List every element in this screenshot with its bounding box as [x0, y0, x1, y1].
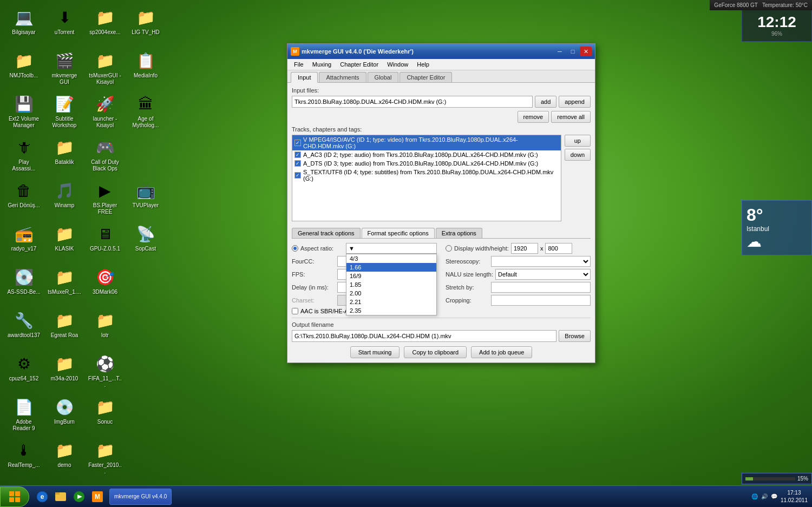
icon-geri-donus[interactable]: 🗑 Geri Dönüş... — [4, 177, 43, 221]
menu-window[interactable]: Window — [383, 60, 412, 69]
aspect-2-21[interactable]: 2.21 — [346, 298, 436, 306]
aspect-ratio-radio[interactable] — [292, 245, 298, 252]
icon-cod[interactable]: 🎮 Call of Duty Black Ops — [86, 134, 125, 177]
tab-global[interactable]: Global — [368, 72, 399, 82]
up-button[interactable]: up — [565, 135, 591, 147]
icon-utorrent[interactable]: ⬇ uTorrent — [45, 4, 84, 48]
menu-help[interactable]: Help — [412, 60, 434, 69]
icon-bataklik[interactable]: 📁 Bataklik — [45, 134, 84, 177]
aspect-1-66[interactable]: 1.66 — [346, 263, 436, 272]
icon-3dmark[interactable]: 🎯 3DMark06 — [86, 264, 125, 307]
icon-age-myth[interactable]: 🏛 Age of Mytholog... — [126, 91, 165, 134]
tab-chapter-editor[interactable]: Chapter Editor — [400, 72, 452, 82]
icon-tvuplayer[interactable]: 📺 TVUPlayer — [126, 177, 165, 221]
explorer-icon[interactable] — [52, 488, 69, 505]
track-checkbox-2[interactable]: ✓ — [294, 160, 301, 167]
icon-mediainfo[interactable]: 📋 MediaInfo — [126, 48, 165, 91]
menu-file-item[interactable]: File — [290, 60, 308, 69]
aspect-2-35[interactable]: 2.35 — [346, 306, 436, 315]
icon-egreat[interactable]: 📁 Egreat Roa — [45, 307, 84, 351]
icon-realtemp[interactable]: 🌡 RealTemp_... — [4, 437, 43, 480]
volume-icon[interactable]: 🔊 — [761, 493, 768, 499]
icon-klasik[interactable]: 📁 KLASIK — [45, 221, 84, 264]
browse-button[interactable]: Browse — [559, 330, 591, 342]
display-height-input[interactable] — [545, 243, 572, 254]
icon-demo[interactable]: 📁 demo — [45, 437, 84, 480]
down-button[interactable]: down — [565, 149, 591, 161]
sub-tab-general[interactable]: General track options — [292, 228, 361, 238]
restore-button[interactable]: □ — [567, 47, 579, 56]
display-width-input[interactable] — [511, 243, 538, 254]
menu-muxing[interactable]: Muxing — [308, 60, 336, 69]
icon-gpu-z[interactable]: 🖥 GPU-Z.0.5.1 — [86, 221, 125, 264]
icon-imgburn[interactable]: 💿 ImgBurn — [45, 394, 84, 437]
aspect-16-9[interactable]: 16/9 — [346, 272, 436, 280]
close-button[interactable]: ✕ — [580, 47, 592, 56]
icon-bilgisayar[interactable]: 💻 Bilgisayar — [4, 4, 43, 48]
icon-as-ssd[interactable]: 💽 AS-SSD-Be... — [4, 264, 43, 307]
start-button[interactable] — [0, 486, 29, 507]
output-filename-field[interactable] — [292, 330, 556, 342]
taskbar-clock[interactable]: 17:13 11.02.2011 — [781, 489, 808, 504]
track-checkbox-1[interactable]: ✓ — [294, 152, 301, 158]
remove-all-button[interactable]: remove all — [551, 111, 591, 123]
stereoscopy-select[interactable] — [491, 256, 591, 267]
nalu-select[interactable]: Default — [495, 269, 591, 280]
track-item-0[interactable]: ✓ V MPEG4/ISO/AVC (ID 1; type: video) fr… — [292, 135, 561, 150]
input-file-field[interactable] — [292, 96, 533, 108]
icon-mkvmerge[interactable]: 🎬 mkvmerge GUI — [45, 48, 84, 91]
icon-cpuz[interactable]: ⚙ cpuz64_152 — [4, 351, 43, 394]
track-item-3[interactable]: ✓ S_TEXT/UTF8 (ID 4; type: subtitles) fr… — [292, 168, 561, 183]
icon-adobe[interactable]: 📄 Adobe Reader 9 — [4, 394, 43, 437]
menu-chapter-editor[interactable]: Chapter Editor — [336, 60, 383, 69]
icon-tsmuxer2[interactable]: 📁 tsMuxeR_1.... — [45, 264, 84, 307]
icon-radyo[interactable]: 📻 radyo_v17 — [4, 221, 43, 264]
icon-play-assassi[interactable]: 🗡 Play Assassi... — [4, 134, 43, 177]
icon-lotr[interactable]: 📁 lotr — [86, 307, 125, 351]
window-titlebar[interactable]: M mkvmerge GUI v4.4.0 ('Die Wiederkehr')… — [287, 44, 595, 59]
sub-tab-extra[interactable]: Extra options — [436, 228, 482, 238]
aac-checkbox[interactable] — [292, 308, 298, 314]
icon-nmj[interactable]: 📁 NMJToolb... — [4, 48, 43, 91]
track-item-1[interactable]: ✓ A_AC3 (ID 2; type: audio) from Tkrs.20… — [292, 150, 561, 159]
icon-m34a[interactable]: 📁 m34a-2010 — [45, 351, 84, 394]
mkvmerge-taskbar-btn[interactable]: mkvmerge GUI v4.4.0 — [109, 489, 172, 505]
aspect-1-85[interactable]: 1.85 — [346, 280, 436, 289]
cropping-input[interactable] — [491, 295, 591, 306]
sub-tab-format[interactable]: Format specific options — [362, 228, 435, 238]
icon-bsplayer[interactable]: ▶ BS.Player FREE — [86, 177, 125, 221]
tab-attachments[interactable]: Attachments — [319, 72, 366, 82]
icon-ext2vol[interactable]: 💾 Ext2 Volume Manager — [4, 91, 43, 134]
app-icon-taskbar[interactable]: M — [89, 488, 106, 505]
icon-faster[interactable]: 📁 Faster_2010... — [86, 437, 125, 480]
icon-launcher[interactable]: 🚀 launcher - Kisayol — [86, 91, 125, 134]
track-checkbox-0[interactable]: ✓ — [294, 140, 301, 146]
display-wh-radio[interactable] — [446, 245, 452, 252]
copy-clipboard-button[interactable]: Copy to clipboard — [404, 346, 467, 358]
add-button[interactable]: add — [535, 96, 556, 108]
append-button[interactable]: append — [559, 96, 591, 108]
icon-sonuc[interactable]: 📁 Sonuc — [86, 394, 125, 437]
icon-fifa[interactable]: ⚽ FIFA_11_...T... — [86, 351, 125, 394]
icon-lig-tv[interactable]: 📁 LIG TV_HD — [126, 4, 165, 48]
icon-subtitle[interactable]: 📝 Subtitle Workshop — [45, 91, 84, 134]
icon-winamp[interactable]: 🎵 Winamp — [45, 177, 84, 221]
aspect-ratio-dropdown-btn[interactable]: ▼ — [346, 243, 437, 254]
start-muxing-button[interactable]: Start muxing — [350, 346, 400, 358]
tab-input[interactable]: Input — [291, 72, 318, 83]
aspect-ratio-dropdown[interactable]: ▼ 4/3 1.66 16/9 1.85 2.00 2.21 2.35 — [346, 243, 437, 254]
add-job-queue-button[interactable]: Add to job queue — [471, 346, 532, 358]
icon-sopcast[interactable]: 📡 SopCast — [126, 221, 165, 264]
icon-awardtool[interactable]: 🔧 awardtool137 — [4, 307, 43, 351]
icon-tsmuxer[interactable]: 📁 tsMuxerGUI - Kisayol — [86, 48, 125, 91]
aspect-4-3[interactable]: 4/3 — [346, 254, 436, 263]
icon-sp2004[interactable]: 📁 sp2004exe... — [86, 4, 125, 48]
aspect-2-00[interactable]: 2.00 — [346, 289, 436, 298]
minimize-button[interactable]: ─ — [554, 47, 566, 56]
remove-button[interactable]: remove — [518, 111, 549, 123]
track-checkbox-3[interactable]: ✓ — [294, 172, 301, 179]
media-player-icon[interactable] — [70, 488, 88, 505]
ie-icon[interactable]: e — [34, 488, 51, 505]
stretch-input[interactable] — [491, 282, 591, 293]
track-item-2[interactable]: ✓ A_DTS (ID 3; type: audio) from Tkrs.20… — [292, 159, 561, 168]
